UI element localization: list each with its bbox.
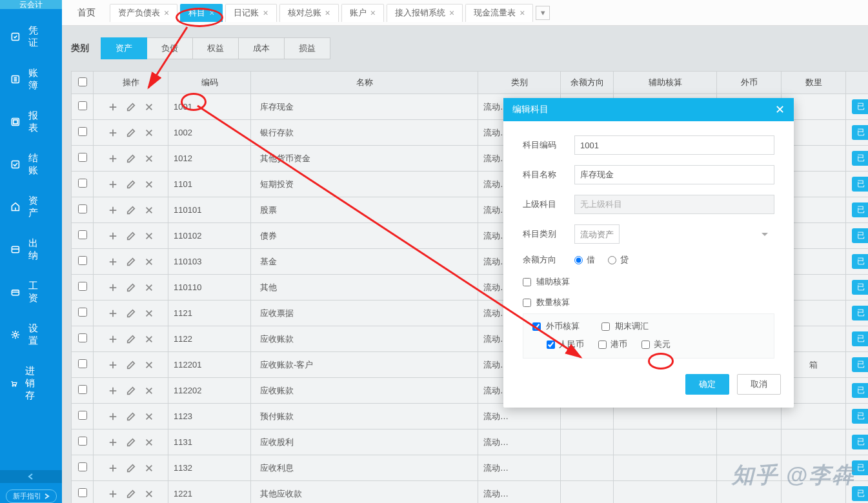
edit-icon[interactable] bbox=[126, 335, 136, 344]
add-icon[interactable] bbox=[108, 438, 117, 447]
tab-close-icon[interactable]: × bbox=[520, 8, 525, 18]
tab-close-icon[interactable]: × bbox=[325, 8, 330, 18]
delete-icon[interactable] bbox=[145, 283, 154, 292]
add-icon[interactable] bbox=[108, 128, 117, 137]
add-icon[interactable] bbox=[108, 103, 117, 112]
row-chk[interactable] bbox=[78, 230, 87, 239]
nav-item-8[interactable]: 进 销 存 bbox=[0, 356, 62, 411]
cat-btn-1[interactable]: 负债 bbox=[147, 37, 193, 59]
tab-close-icon[interactable]: × bbox=[209, 8, 214, 18]
row-chk[interactable] bbox=[78, 462, 87, 471]
delete-icon[interactable] bbox=[145, 438, 154, 447]
tab-1[interactable]: 资产负债表× bbox=[110, 4, 177, 22]
nav-item-4[interactable]: 资 产 bbox=[0, 186, 62, 228]
edit-icon[interactable] bbox=[126, 464, 136, 473]
tab-5[interactable]: 账户× bbox=[341, 4, 384, 22]
edit-icon[interactable] bbox=[126, 283, 136, 292]
tab-2[interactable]: 科目× bbox=[180, 4, 223, 22]
tab-3[interactable]: 日记账× bbox=[225, 4, 276, 22]
nav-item-2[interactable]: 报 表 bbox=[0, 101, 62, 143]
add-icon[interactable] bbox=[108, 154, 117, 163]
edit-icon[interactable] bbox=[126, 489, 136, 498]
row-chk[interactable] bbox=[78, 127, 87, 136]
row-chk[interactable] bbox=[78, 333, 87, 342]
add-icon[interactable] bbox=[108, 464, 117, 473]
add-icon[interactable] bbox=[108, 386, 117, 395]
add-icon[interactable] bbox=[108, 206, 117, 215]
row-chk[interactable] bbox=[78, 437, 87, 446]
row-chk[interactable] bbox=[78, 385, 87, 394]
delete-icon[interactable] bbox=[145, 412, 154, 421]
edit-icon[interactable] bbox=[126, 438, 136, 447]
nav-item-1[interactable]: 账 簿 bbox=[0, 58, 62, 101]
delete-icon[interactable] bbox=[145, 206, 154, 215]
delete-icon[interactable] bbox=[145, 309, 154, 318]
add-icon[interactable] bbox=[108, 412, 117, 421]
delete-icon[interactable] bbox=[145, 386, 154, 395]
add-icon[interactable] bbox=[108, 489, 117, 498]
add-icon[interactable] bbox=[108, 232, 117, 241]
aux-checkbox[interactable] bbox=[523, 278, 531, 286]
tab-7[interactable]: 现金流量表× bbox=[465, 4, 533, 22]
edit-icon[interactable] bbox=[126, 103, 136, 112]
delete-icon[interactable] bbox=[145, 489, 154, 498]
add-icon[interactable] bbox=[108, 360, 117, 370]
fx-end-checkbox[interactable] bbox=[601, 322, 610, 331]
cur-hkd[interactable]: 港币 bbox=[598, 339, 627, 350]
cur-rmb[interactable]: 人民币 bbox=[547, 339, 584, 350]
cat-btn-4[interactable]: 损益 bbox=[285, 37, 330, 59]
code-input[interactable] bbox=[574, 135, 774, 155]
edit-icon[interactable] bbox=[126, 309, 136, 318]
row-chk[interactable] bbox=[78, 282, 87, 291]
add-icon[interactable] bbox=[108, 180, 117, 189]
row-chk[interactable] bbox=[78, 411, 87, 420]
edit-icon[interactable] bbox=[126, 360, 136, 370]
row-chk[interactable] bbox=[78, 101, 87, 110]
edit-icon[interactable] bbox=[126, 206, 136, 215]
tab-close-icon[interactable]: × bbox=[263, 8, 268, 18]
cat-select[interactable]: 流动资产 bbox=[574, 224, 620, 244]
edit-icon[interactable] bbox=[126, 154, 136, 163]
nav-item-7[interactable]: 设 置 bbox=[0, 313, 62, 356]
edit-icon[interactable] bbox=[126, 128, 136, 137]
delete-icon[interactable] bbox=[145, 257, 154, 266]
delete-icon[interactable] bbox=[145, 464, 154, 473]
row-chk[interactable] bbox=[78, 359, 87, 368]
bal-debit-radio[interactable]: 借 bbox=[574, 254, 595, 266]
row-chk[interactable] bbox=[78, 153, 87, 162]
row-chk[interactable] bbox=[78, 308, 87, 317]
dialog-close-icon[interactable]: ✕ bbox=[775, 103, 785, 117]
tab-close-icon[interactable]: × bbox=[370, 8, 376, 18]
tab-4[interactable]: 核对总账× bbox=[279, 4, 339, 22]
tab-6[interactable]: 接入报销系统× bbox=[387, 4, 463, 22]
edit-icon[interactable] bbox=[126, 412, 136, 421]
edit-icon[interactable] bbox=[126, 180, 136, 189]
nav-item-6[interactable]: 工 资 bbox=[0, 271, 62, 313]
cat-btn-0[interactable]: 资产 bbox=[101, 37, 147, 59]
delete-icon[interactable] bbox=[145, 232, 154, 241]
nav-item-5[interactable]: 出 纳 bbox=[0, 228, 62, 271]
cur-usd[interactable]: 美元 bbox=[641, 339, 671, 350]
bal-credit-radio[interactable]: 贷 bbox=[608, 254, 629, 266]
tab-more[interactable]: ▾ bbox=[536, 6, 550, 20]
delete-icon[interactable] bbox=[145, 103, 154, 112]
cancel-button[interactable]: 取消 bbox=[737, 374, 781, 395]
nav-item-3[interactable]: 结 账 bbox=[0, 143, 62, 186]
delete-icon[interactable] bbox=[145, 360, 154, 370]
edit-icon[interactable] bbox=[126, 232, 136, 241]
chk-all[interactable] bbox=[78, 77, 87, 86]
row-chk[interactable] bbox=[78, 204, 87, 213]
edit-icon[interactable] bbox=[126, 257, 136, 266]
delete-icon[interactable] bbox=[145, 154, 154, 163]
delete-icon[interactable] bbox=[145, 128, 154, 137]
name-input[interactable] bbox=[574, 165, 774, 184]
add-icon[interactable] bbox=[108, 335, 117, 344]
tab-close-icon[interactable]: × bbox=[164, 8, 169, 18]
guide-button[interactable]: 新手指引 bbox=[6, 489, 57, 503]
row-chk[interactable] bbox=[78, 256, 87, 265]
row-chk[interactable] bbox=[78, 179, 87, 188]
qty-checkbox[interactable] bbox=[523, 299, 531, 307]
tab-close-icon[interactable]: × bbox=[449, 8, 454, 18]
sidebar-collapse[interactable] bbox=[0, 470, 62, 483]
delete-icon[interactable] bbox=[145, 335, 154, 344]
